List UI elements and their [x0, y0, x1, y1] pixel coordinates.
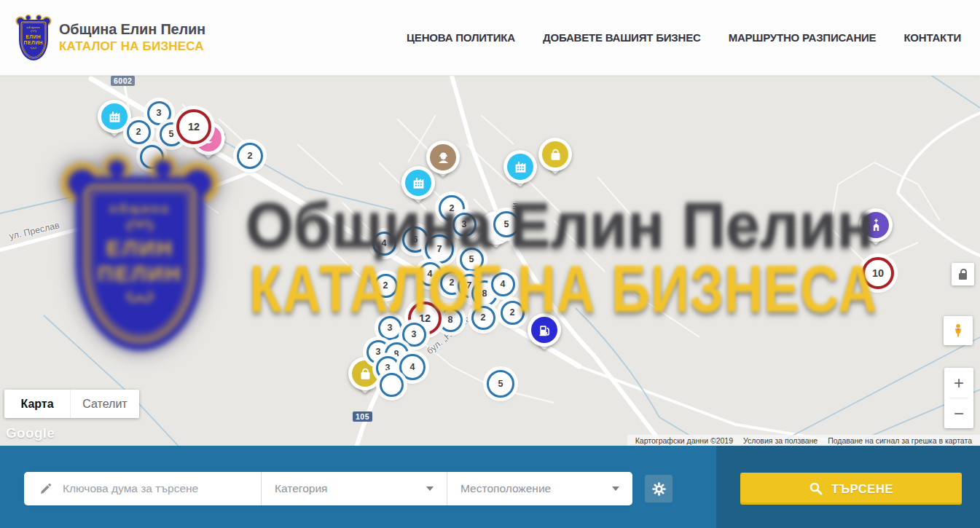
nav-item-pricing[interactable]: ЦЕНОВА ПОЛИТИКА	[407, 31, 515, 44]
zoom-control: + −	[944, 368, 973, 428]
page: община ЕЛИН ПЕЛИН Община Елин Пелин КАТА…	[0, 0, 980, 528]
cluster-marker[interactable]: 2	[237, 143, 263, 169]
cluster-marker[interactable]: 4	[418, 262, 442, 286]
site-subtitle: КАТАЛОГ НА БИЗНЕСА	[59, 39, 205, 54]
shopping-bag-icon	[542, 141, 568, 168]
cluster-marker[interactable]: 12	[176, 109, 211, 144]
gear-icon	[651, 481, 667, 497]
category-select-value: Категория	[275, 482, 327, 495]
search-button[interactable]: ТЪРСЕНЕ	[740, 473, 962, 505]
nav-item-contacts[interactable]: КОНТАКТИ	[903, 31, 961, 44]
cluster-marker[interactable]: 4	[372, 232, 396, 256]
road-number-label: 105	[353, 411, 372, 422]
keyword-search-input[interactable]	[61, 481, 246, 496]
cluster-marker[interactable]: 7	[425, 235, 454, 264]
lock-icon	[959, 273, 967, 280]
cluster-marker[interactable]	[140, 145, 164, 169]
site-title: Община Елин Пелин	[59, 21, 205, 38]
nav-item-add-business[interactable]: ДОБАВЕТЕ ВАШИЯТ БИЗНЕС	[543, 31, 701, 44]
cluster-marker[interactable]: 2	[501, 301, 525, 325]
cluster-marker[interactable]: 8	[439, 308, 463, 332]
header: община ЕЛИН ПЕЛИН Община Елин Пелин КАТА…	[0, 0, 980, 76]
cluster-marker[interactable]: 3	[452, 213, 477, 237]
cluster-marker[interactable]: 3	[147, 101, 171, 125]
site-logo[interactable]: община ЕЛИН ПЕЛИН Община Елин Пелин КАТА…	[15, 15, 205, 61]
map-attribution: Картографски данни ©2019 Условия за полз…	[627, 435, 980, 446]
crest-name-line2: ПЕЛИН	[24, 39, 43, 45]
google-logo[interactable]: Google	[6, 425, 55, 441]
chevron-down-icon	[612, 486, 619, 491]
cluster-marker[interactable]: 4	[491, 272, 515, 296]
church-icon	[863, 212, 889, 238]
location-select-value: Местоположение	[460, 482, 551, 495]
advanced-settings-button[interactable]	[645, 475, 673, 503]
crest-name-line1: ЕЛИН	[26, 34, 42, 39]
cluster-marker[interactable]: 2	[374, 274, 398, 298]
road-number-label: 6002	[111, 76, 135, 86]
pencil-icon	[39, 482, 52, 496]
factory-icon	[405, 170, 431, 196]
cluster-marker[interactable]: 2	[127, 120, 151, 144]
category-select[interactable]: Категория	[262, 472, 447, 505]
map-type-satellite-button[interactable]: Сателит	[71, 390, 139, 418]
crest-top-word: община	[27, 25, 41, 29]
cluster-marker[interactable]: 10	[862, 257, 894, 289]
shopping-bag-icon	[352, 360, 378, 387]
map-pin-factory[interactable]	[98, 100, 131, 133]
street-view-pegman-button[interactable]	[944, 316, 973, 345]
crest-ornament-icon	[27, 46, 40, 50]
cluster-marker[interactable]: 3	[378, 316, 402, 340]
attribution-report-error-link[interactable]: Подаване на сигнал за грешка в картата	[823, 436, 977, 445]
pegman-icon	[950, 323, 966, 339]
search-icon	[809, 481, 823, 496]
cluster-marker[interactable]: 5	[493, 211, 520, 237]
zoom-out-button[interactable]: −	[944, 398, 973, 428]
municipality-crest-icon: община ЕЛИН ПЕЛИН	[15, 15, 52, 61]
attribution-terms-link[interactable]: Условия за ползване	[738, 436, 823, 445]
cluster-marker[interactable]: 5	[487, 370, 514, 398]
map-type-map-button[interactable]: Карта	[4, 390, 71, 418]
cluster-marker[interactable]: 2	[471, 306, 495, 330]
zoom-in-button[interactable]: +	[944, 368, 973, 398]
keyword-field[interactable]	[24, 472, 261, 505]
map-pin-shopping-bag[interactable]	[538, 138, 572, 171]
fullscreen-lock-button[interactable]	[952, 263, 974, 285]
attribution-copyright: Картографски данни ©2019	[630, 436, 738, 445]
map-pin-fuel[interactable]	[528, 313, 561, 347]
search-field-group: Категория Местоположение	[24, 472, 632, 505]
location-select[interactable]: Местоположение	[447, 472, 632, 505]
map-type-control: Карта Сателит	[4, 390, 139, 418]
search-button-label: ТЪРСЕНЕ	[831, 482, 893, 496]
cluster-marker[interactable]: 5	[460, 248, 484, 272]
search-bar: Категория Местоположение	[0, 446, 980, 528]
crest-ornament-icon	[27, 29, 40, 33]
factory-icon	[101, 103, 128, 130]
map-pin-factory[interactable]	[401, 166, 435, 200]
map-pin-church[interactable]	[859, 208, 893, 242]
factory-icon	[507, 154, 533, 180]
nav-item-route-schedule[interactable]: МАРШРУТНО РАЗПИСАНИЕ	[729, 31, 877, 44]
chevron-down-icon	[426, 486, 434, 491]
fuel-icon	[531, 317, 557, 343]
cluster-marker[interactable]: 4	[399, 354, 426, 380]
map-pin-factory[interactable]	[503, 150, 537, 184]
map-canvas[interactable]: 6002105ул. Преславбул. „Новоселци 325122…	[0, 75, 980, 446]
main-nav: ЦЕНОВА ПОЛИТИКА ДОБАВЕТЕ ВАШИЯТ БИЗНЕС М…	[407, 31, 961, 44]
cluster-marker[interactable]: 3	[402, 323, 426, 347]
cluster-marker[interactable]	[380, 373, 404, 397]
